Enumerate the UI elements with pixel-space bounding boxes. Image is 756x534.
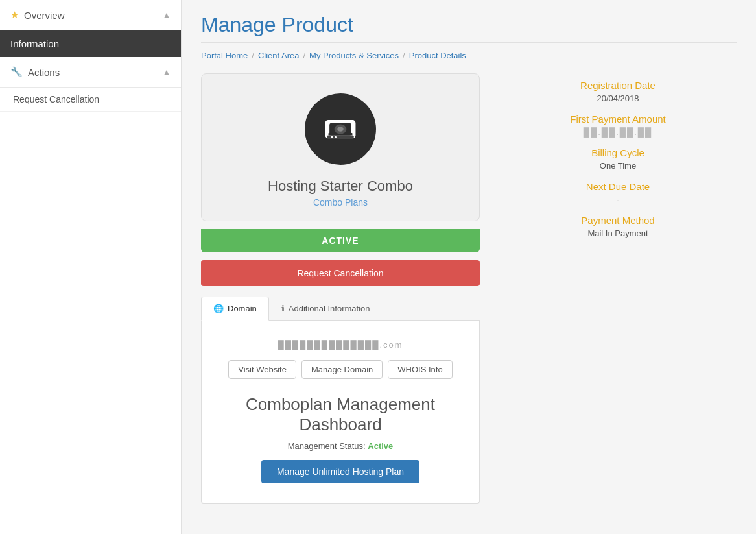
manage-unlimited-hosting-button[interactable]: Manage Unlimited Hosting Plan	[261, 460, 419, 483]
tab-content-domain: ██████████████.com Visit Website Manage …	[201, 321, 480, 504]
sidebar-information-label: Information	[10, 38, 59, 49]
breadcrumb-products-services[interactable]: My Products & Services	[309, 51, 399, 60]
domain-url: ██████████████.com	[215, 340, 466, 350]
product-icon-circle	[305, 93, 376, 165]
first-payment-label: First Payment Amount	[499, 114, 737, 125]
mgmt-status-value: Active	[368, 441, 393, 451]
first-payment-value: ██.██.██.██	[499, 127, 737, 137]
next-due-label: Next Due Date	[499, 181, 737, 192]
breadcrumb-sep-2: /	[303, 51, 305, 60]
billing-cycle-value: One Time	[499, 161, 737, 171]
mgmt-status-label: Management Status:	[288, 441, 366, 451]
cancel-button[interactable]: Request Cancellation	[201, 260, 480, 286]
product-section: Hosting Starter Combo Combo Plans ACTIVE…	[201, 73, 480, 504]
globe-icon: 🌐	[213, 304, 224, 313]
svg-point-10	[335, 136, 337, 138]
wrench-icon: 🔧	[10, 66, 23, 78]
server-icon	[321, 110, 360, 149]
tab-additional-info[interactable]: ℹ Additional Information	[269, 297, 383, 321]
whois-info-button[interactable]: WHOIS Info	[388, 360, 452, 379]
breadcrumb: Portal Home / Client Area / My Products …	[201, 51, 737, 60]
payment-method-label: Payment Method	[499, 215, 737, 226]
sidebar-overview-label: Overview	[24, 10, 65, 21]
dashboard-title: Comboplan Management Dashboard	[215, 394, 466, 435]
next-due-value: -	[499, 195, 737, 204]
breadcrumb-portal-home[interactable]: Portal Home	[201, 51, 248, 60]
main-content: Manage Product Portal Home / Client Area…	[182, 0, 756, 534]
svg-point-7	[337, 127, 343, 132]
registration-date-value: 20/04/2018	[499, 93, 737, 103]
product-status-bar: ACTIVE	[201, 229, 480, 252]
svg-point-9	[331, 136, 333, 138]
info-icon: ℹ	[281, 304, 285, 313]
sidebar: ★ Overview ▲ Information 🔧 Actions ▲ Req…	[0, 0, 182, 534]
info-panel: Registration Date 20/04/2018 First Payme…	[499, 73, 737, 504]
star-icon: ★	[10, 9, 19, 21]
visit-website-button[interactable]: Visit Website	[228, 360, 296, 379]
breadcrumb-client-area[interactable]: Client Area	[258, 51, 300, 60]
actions-chevron-icon: ▲	[163, 67, 171, 77]
sidebar-actions-label: Actions	[28, 67, 60, 78]
title-divider	[201, 42, 737, 43]
billing-cycle-label: Billing Cycle	[499, 147, 737, 158]
registration-date-label: Registration Date	[499, 80, 737, 91]
domain-buttons: Visit Website Manage Domain WHOIS Info	[215, 360, 466, 379]
product-name: Hosting Starter Combo	[215, 178, 466, 195]
tabs: 🌐 Domain ℹ Additional Information	[201, 297, 480, 321]
breadcrumb-sep-3: /	[403, 51, 405, 60]
product-category: Combo Plans	[215, 197, 466, 208]
manage-domain-button[interactable]: Manage Domain	[301, 360, 383, 379]
page-title: Manage Product	[201, 13, 737, 37]
content-area: Hosting Starter Combo Combo Plans ACTIVE…	[201, 73, 737, 504]
product-card: Hosting Starter Combo Combo Plans	[201, 73, 480, 221]
payment-method-value: Mail In Payment	[499, 228, 737, 238]
mgmt-status: Management Status: Active	[215, 441, 466, 451]
overview-chevron-icon: ▲	[163, 10, 171, 19]
sidebar-request-cancellation[interactable]: Request Cancellation	[0, 88, 181, 112]
sidebar-item-information[interactable]: Information	[0, 30, 181, 57]
tab-domain[interactable]: 🌐 Domain	[201, 297, 269, 321]
breadcrumb-sep-1: /	[252, 51, 254, 60]
sidebar-actions-header[interactable]: 🔧 Actions ▲	[0, 57, 181, 88]
breadcrumb-current: Product Details	[409, 51, 466, 60]
sidebar-overview-header[interactable]: ★ Overview ▲	[0, 0, 181, 30]
